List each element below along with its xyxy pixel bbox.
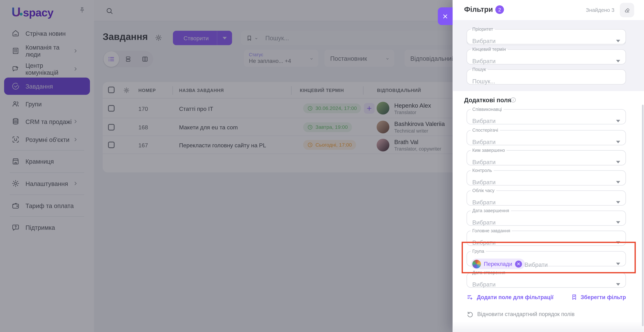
select-placeholder: Вибрати bbox=[472, 219, 496, 226]
group-chip-label: Переклади bbox=[484, 261, 512, 267]
dropdown-arrow-icon[interactable] bbox=[616, 283, 620, 286]
info-icon[interactable] bbox=[510, 97, 516, 103]
filter-add-icon bbox=[466, 294, 474, 301]
panel-bottom-fade bbox=[452, 322, 644, 332]
dropdown-arrow-icon[interactable] bbox=[616, 221, 620, 224]
remove-chip-icon[interactable]: ✕ bbox=[515, 260, 522, 267]
dropdown-arrow-icon[interactable] bbox=[616, 263, 620, 265]
field-label: Пошук bbox=[471, 67, 488, 72]
eraser-icon bbox=[623, 6, 631, 14]
dropdown-arrow-icon[interactable] bbox=[616, 120, 620, 122]
app-window: Uspacy Стрічка новин Компанія та люди Це… bbox=[0, 0, 644, 332]
dropdown-arrow-icon[interactable] bbox=[616, 141, 620, 143]
filter-field-parent-task[interactable]: Головне завдання Вибрати bbox=[466, 229, 626, 246]
dropdown-arrow-icon[interactable] bbox=[616, 181, 620, 183]
field-label: Ким завершено bbox=[471, 148, 507, 153]
filter-field-group[interactable]: Група Переклади ✕ Вибрати bbox=[466, 249, 626, 267]
filter-field-control[interactable]: Контроль Вибрати bbox=[466, 168, 626, 186]
filters-panel: Фільтри 2 Знайдено 3 Пріоритет Вибрати К… bbox=[452, 0, 644, 332]
filters-panel-title: Фільтри bbox=[464, 5, 493, 14]
active-filters-badge: 2 bbox=[495, 5, 504, 14]
select-placeholder: Вибрати bbox=[472, 118, 496, 124]
field-label: Дата створення bbox=[471, 270, 507, 275]
reset-field-order-button[interactable]: Відновити стандартний порядок полів bbox=[466, 311, 574, 318]
filter-field-search[interactable]: Пошук Пошук... bbox=[466, 67, 626, 85]
select-placeholder: Вибрати bbox=[472, 179, 496, 186]
filter-field-creation-date[interactable]: Дата створення Вибрати bbox=[466, 270, 626, 288]
search-placeholder: Пошук... bbox=[472, 78, 495, 85]
dropdown-arrow-icon[interactable] bbox=[616, 60, 620, 62]
modal-dim-overlay[interactable] bbox=[0, 0, 452, 332]
reset-field-order-label: Відновити стандартний порядок полів bbox=[477, 311, 574, 317]
group-chip[interactable]: Переклади ✕ bbox=[471, 259, 525, 269]
filter-field-completion-date[interactable]: Дата завершення Вибрати bbox=[466, 208, 626, 226]
field-label: Група bbox=[471, 249, 486, 254]
save-filter-label: Зберегти фільтр bbox=[580, 294, 626, 300]
filter-field-priority[interactable]: Пріоритет Вибрати bbox=[466, 27, 626, 44]
field-label: Дата завершення bbox=[471, 208, 511, 213]
panel-scrollbar[interactable] bbox=[642, 105, 644, 327]
bookmark-check-icon bbox=[571, 294, 577, 301]
field-label: Кінцевий термін bbox=[471, 47, 508, 52]
dropdown-arrow-icon[interactable] bbox=[616, 161, 620, 163]
close-filters-button[interactable] bbox=[438, 7, 452, 25]
select-placeholder: Вибрати bbox=[472, 58, 496, 64]
group-avatar bbox=[472, 260, 481, 268]
filter-field-deadline[interactable]: Кінцевий термін Вибрати bbox=[466, 47, 626, 64]
field-label: Контроль bbox=[471, 168, 494, 173]
field-label: Пріоритет bbox=[471, 27, 495, 32]
select-placeholder: Вибрати bbox=[472, 281, 496, 288]
reset-icon bbox=[466, 311, 474, 318]
select-placeholder: Вибрати bbox=[472, 199, 496, 206]
filter-field-coexecutors[interactable]: Співвиконавці Вибрати bbox=[466, 107, 626, 124]
select-placeholder: Вибрати bbox=[472, 139, 496, 145]
dropdown-arrow-icon[interactable] bbox=[616, 201, 620, 204]
field-label: Головне завдання bbox=[471, 229, 512, 233]
filter-field-time-tracking[interactable]: Облік часу Вибрати bbox=[466, 188, 626, 206]
field-label: Облік часу bbox=[471, 188, 496, 193]
clear-filters-button[interactable] bbox=[620, 3, 634, 17]
additional-fields-title: Додаткові поля bbox=[464, 96, 511, 103]
field-label: Спостерігачі bbox=[471, 128, 500, 133]
dropdown-arrow-icon[interactable] bbox=[616, 40, 620, 42]
select-placeholder: Вибрати bbox=[472, 38, 496, 44]
filter-field-completed-by[interactable]: Ким завершено Вибрати bbox=[466, 148, 626, 165]
select-placeholder: Вибрати bbox=[472, 239, 496, 246]
dropdown-arrow-icon[interactable] bbox=[616, 241, 620, 244]
add-filter-field-label: Додати поле для фільтрації bbox=[477, 294, 554, 300]
select-placeholder: Вибрати bbox=[524, 261, 548, 268]
select-placeholder: Вибрати bbox=[472, 159, 496, 165]
add-filter-field-button[interactable]: Додати поле для фільтрації bbox=[466, 294, 554, 301]
filter-field-observers[interactable]: Спостерігачі Вибрати bbox=[466, 128, 626, 145]
close-icon bbox=[442, 13, 448, 19]
field-label: Співвиконавці bbox=[471, 107, 504, 112]
found-count: Знайдено 3 bbox=[586, 7, 614, 13]
save-filter-button[interactable]: Зберегти фільтр bbox=[571, 294, 626, 301]
